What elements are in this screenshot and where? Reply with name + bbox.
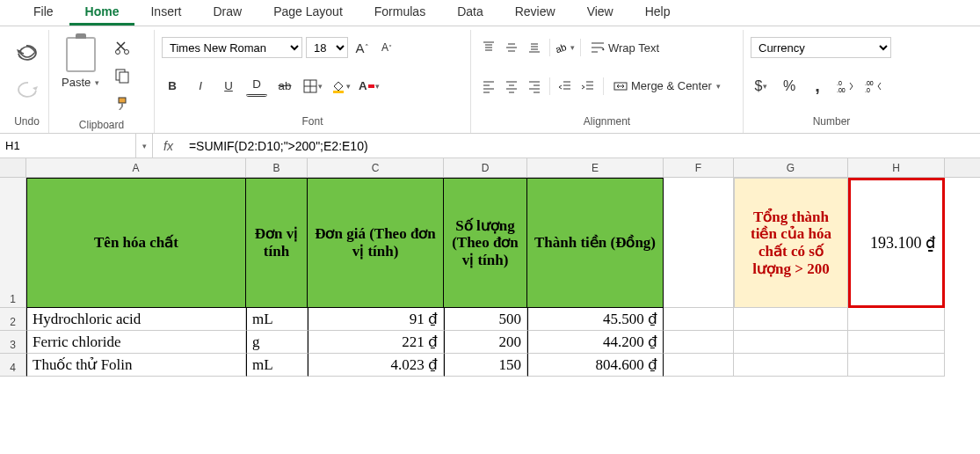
percent-format-button[interactable]: %	[779, 76, 800, 97]
cell-F3[interactable]	[664, 331, 734, 354]
col-header-A[interactable]: A	[26, 158, 246, 177]
row-header-2[interactable]: 2	[0, 308, 26, 331]
cell-G3[interactable]	[734, 331, 848, 354]
cell-H3[interactable]	[848, 331, 945, 354]
svg-rect-4	[119, 98, 126, 103]
number-format-select[interactable]: Currency	[751, 37, 891, 58]
tab-file[interactable]: File	[18, 0, 69, 26]
format-painter-button[interactable]	[112, 93, 133, 114]
col-header-H[interactable]: H	[848, 158, 945, 177]
orientation-button[interactable]: ab▾	[555, 37, 576, 58]
decrease-decimal-button[interactable]: .00.0	[863, 76, 884, 97]
cell-B1[interactable]: Đơn vị tính	[246, 178, 308, 308]
cell-D1[interactable]: Số lượng (Theo đơn vị tính)	[444, 178, 527, 308]
row-header-3[interactable]: 3	[0, 331, 26, 354]
align-center-button[interactable]	[501, 76, 522, 97]
name-box-dropdown[interactable]: ▾	[137, 134, 153, 157]
align-right-button[interactable]	[524, 76, 545, 97]
cell-A4[interactable]: Thuốc thử Folin	[26, 354, 246, 377]
col-header-C[interactable]: C	[308, 158, 444, 177]
tab-draw[interactable]: Draw	[197, 0, 258, 26]
fill-color-button[interactable]: ▾	[330, 76, 352, 97]
tab-insert[interactable]: Insert	[134, 0, 197, 26]
font-color-button[interactable]: A▾	[359, 76, 380, 97]
cell-H1[interactable]: 193.100 ₫	[848, 178, 945, 308]
col-header-B[interactable]: B	[246, 158, 308, 177]
merge-center-button[interactable]: Merge & Center▾	[608, 77, 726, 94]
copy-button[interactable]	[112, 65, 133, 86]
cell-D4[interactable]: 150	[444, 354, 527, 377]
row-header-1[interactable]: 1	[0, 178, 26, 308]
align-bottom-button[interactable]	[524, 37, 545, 58]
cell-F2[interactable]	[664, 308, 734, 331]
increase-indent-button[interactable]	[577, 76, 599, 97]
cell-A3[interactable]: Ferric chloride	[26, 331, 246, 354]
cell-G2[interactable]	[734, 308, 848, 331]
wrap-text-button[interactable]: Wrap Text	[585, 40, 664, 56]
svg-point-0	[116, 50, 120, 55]
name-box[interactable]	[0, 134, 136, 157]
cell-D3[interactable]: 200	[444, 331, 527, 354]
cell-A1[interactable]: Tên hóa chất	[26, 178, 246, 308]
column-headers: A B C D E F G H	[0, 158, 980, 178]
decrease-font-button[interactable]: A˅	[376, 37, 397, 58]
col-header-D[interactable]: D	[444, 158, 527, 177]
col-header-F[interactable]: F	[664, 158, 734, 177]
cell-D2[interactable]: 500	[444, 308, 527, 331]
sheet-row-1: 1 Tên hóa chất Đơn vị tính Đơn giá (Theo…	[0, 178, 980, 308]
cell-B2[interactable]: mL	[246, 308, 308, 331]
undo-button[interactable]	[13, 39, 41, 67]
cell-F1[interactable]	[664, 178, 734, 308]
cell-H2[interactable]	[848, 308, 945, 331]
double-underline-button[interactable]: D	[246, 76, 267, 97]
bold-button[interactable]: B	[162, 76, 183, 97]
align-top-button[interactable]	[478, 37, 499, 58]
tab-home[interactable]: Home	[69, 0, 135, 26]
cell-G4[interactable]	[734, 354, 848, 377]
align-left-button[interactable]	[478, 76, 499, 97]
comma-format-button[interactable]: ,	[807, 76, 828, 97]
cell-B3[interactable]: g	[246, 331, 308, 354]
cell-C3[interactable]: 221 ₫	[308, 331, 444, 354]
underline-button[interactable]: U	[218, 76, 239, 97]
cell-H4[interactable]	[848, 354, 945, 377]
col-header-E[interactable]: E	[527, 158, 664, 177]
tab-view[interactable]: View	[571, 0, 629, 26]
cell-C1[interactable]: Đơn giá (Theo đơn vị tính)	[308, 178, 444, 308]
cell-E1[interactable]: Thành tiền (Đồng)	[527, 178, 664, 308]
cell-G1[interactable]: Tổng thành tiền của hóa chất có số lượng…	[734, 178, 848, 308]
select-all-corner[interactable]	[0, 158, 26, 177]
paste-button[interactable]: Paste▾	[56, 74, 105, 91]
cell-C2[interactable]: 91 ₫	[308, 308, 444, 331]
tab-review[interactable]: Review	[499, 0, 571, 26]
accounting-format-button[interactable]: $▾	[751, 76, 772, 97]
cell-A2[interactable]: Hydrochloric acid	[26, 308, 246, 331]
italic-button[interactable]: I	[190, 76, 211, 97]
increase-decimal-button[interactable]: .0.00	[835, 76, 856, 97]
increase-font-button[interactable]: A˄	[352, 37, 373, 58]
strikethrough-button[interactable]: ab	[274, 76, 295, 97]
formula-input[interactable]	[184, 134, 980, 157]
row-header-4[interactable]: 4	[0, 354, 26, 377]
cell-E3[interactable]: 44.200 ₫	[527, 331, 664, 354]
cell-E2[interactable]: 45.500 ₫	[527, 308, 664, 331]
font-size-select[interactable]: 18	[306, 37, 348, 58]
align-middle-button[interactable]	[501, 37, 522, 58]
cell-B4[interactable]: mL	[246, 354, 308, 377]
font-name-select[interactable]: Times New Roman	[162, 37, 302, 58]
cell-C4[interactable]: 4.023 ₫	[308, 354, 444, 377]
tab-page-layout[interactable]: Page Layout	[258, 0, 359, 26]
tab-formulas[interactable]: Formulas	[359, 0, 441, 26]
borders-button[interactable]: ▾	[302, 76, 323, 97]
cell-F4[interactable]	[664, 354, 734, 377]
tab-help[interactable]: Help	[629, 0, 686, 26]
cut-button[interactable]	[112, 37, 133, 58]
tab-data[interactable]: Data	[441, 0, 499, 26]
fx-icon[interactable]: fx	[153, 139, 184, 153]
col-header-G[interactable]: G	[734, 158, 848, 177]
decrease-indent-button[interactable]	[555, 76, 576, 97]
group-label-clipboard: Clipboard	[56, 117, 147, 135]
cell-E4[interactable]: 804.600 ₫	[527, 354, 664, 377]
group-label-undo: Undo	[12, 114, 41, 131]
redo-button[interactable]	[13, 76, 41, 104]
